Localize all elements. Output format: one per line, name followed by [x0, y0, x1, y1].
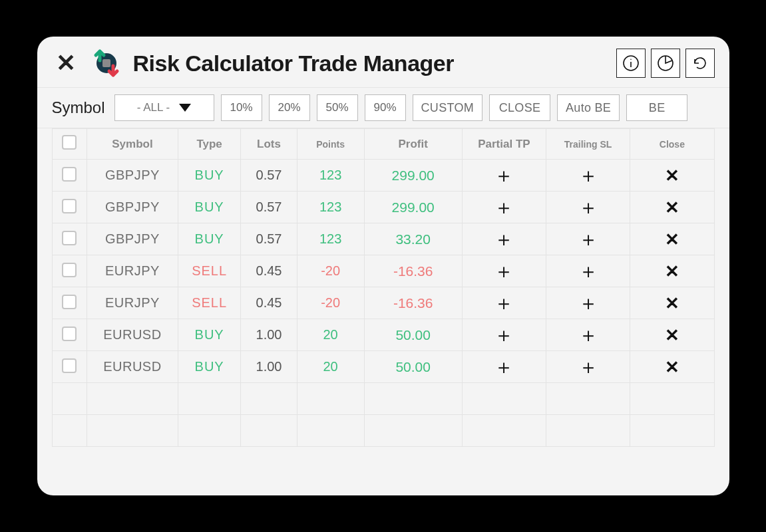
cell-symbol: GBPJPY — [87, 223, 178, 255]
close-icon[interactable]: ✕ — [52, 51, 80, 75]
col-header: Partial TP — [462, 129, 546, 160]
trailing-sl-add-button[interactable]: ＋ — [578, 166, 598, 186]
table-header-row: SymbolTypeLotsPointsProfitPartial TPTrai… — [52, 129, 714, 160]
cell-symbol: GBPJPY — [87, 192, 178, 223]
cell-symbol: EURJPY — [87, 287, 178, 319]
close-position-button[interactable]: ✕ — [665, 231, 679, 248]
table-row: EURJPYSELL0.45-20-16.36＋＋✕ — [52, 255, 714, 287]
positions-grid: SymbolTypeLotsPointsProfitPartial TPTrai… — [37, 128, 729, 495]
cell-type: BUY — [178, 160, 241, 192]
cell-lots: 0.57 — [241, 160, 297, 192]
symbol-filter-dropdown[interactable]: - ALL - — [114, 94, 214, 121]
trade-logo-icon — [89, 46, 124, 80]
cell-profit: 299.00 — [364, 192, 462, 223]
trailing-sl-add-button[interactable]: ＋ — [578, 198, 598, 217]
cell-profit: -16.36 — [364, 287, 462, 319]
cell-type: SELL — [178, 287, 241, 319]
title-bar: ✕ Risk Calculator Trade Manager — [37, 37, 729, 88]
row-checkbox[interactable] — [62, 167, 77, 182]
close-position-button[interactable]: ✕ — [665, 167, 679, 184]
cell-points: 123 — [297, 223, 364, 255]
table-row: GBPJPYBUY0.57123299.00＋＋✕ — [52, 192, 714, 223]
percent-button-90[interactable]: 90% — [365, 94, 406, 121]
partial-tp-add-button[interactable]: ＋ — [494, 357, 514, 377]
svg-rect-1 — [102, 59, 110, 67]
close-position-button[interactable]: ✕ — [665, 199, 679, 216]
title-icon-group — [616, 49, 715, 78]
col-header — [52, 129, 87, 160]
col-header: Symbol — [87, 129, 178, 160]
partial-tp-add-button[interactable]: ＋ — [494, 229, 514, 249]
cell-profit: 50.00 — [364, 319, 462, 351]
close-position-button[interactable]: ✕ — [665, 327, 679, 344]
cell-type: BUY — [178, 319, 241, 351]
cell-symbol: EURUSD — [87, 319, 178, 351]
cell-lots: 0.57 — [241, 223, 297, 255]
cell-lots: 1.00 — [241, 351, 297, 383]
stats-button[interactable] — [651, 49, 680, 78]
symbol-label: Symbol — [52, 98, 105, 117]
info-icon — [622, 55, 640, 72]
percent-button-10[interactable]: 10% — [221, 94, 262, 121]
custom-button[interactable]: CUSTOM — [413, 94, 482, 121]
filter-toolbar: Symbol - ALL - 10%20%50%90% CUSTOMCLOSEA… — [37, 88, 729, 128]
percent-button-20[interactable]: 20% — [269, 94, 310, 121]
cell-symbol: EURJPY — [87, 255, 178, 287]
app-title: Risk Calculator Trade Manager — [133, 51, 607, 76]
table-row: GBPJPYBUY0.57123299.00＋＋✕ — [52, 160, 714, 192]
table-row: EURUSDBUY1.002050.00＋＋✕ — [52, 351, 714, 383]
close-button[interactable]: CLOSE — [489, 94, 550, 121]
col-header: Trailing SL — [546, 129, 630, 160]
col-header: Points — [297, 129, 364, 160]
refresh-button[interactable] — [685, 49, 715, 78]
cell-lots: 0.57 — [241, 192, 297, 223]
trailing-sl-add-button[interactable]: ＋ — [578, 293, 598, 313]
trailing-sl-add-button[interactable]: ＋ — [578, 229, 598, 249]
svg-point-4 — [630, 59, 632, 61]
close-position-button[interactable]: ✕ — [665, 263, 679, 280]
table-row: GBPJPYBUY0.5712333.20＋＋✕ — [52, 223, 714, 255]
trailing-sl-add-button[interactable]: ＋ — [578, 357, 598, 377]
row-checkbox[interactable] — [62, 263, 77, 277]
row-checkbox[interactable] — [62, 199, 77, 213]
auto-be-button[interactable]: Auto BE — [557, 94, 620, 121]
trailing-sl-add-button[interactable]: ＋ — [578, 325, 598, 345]
cell-points: 20 — [297, 319, 364, 351]
row-checkbox[interactable] — [62, 231, 77, 245]
cell-points: -20 — [297, 287, 364, 319]
close-position-button[interactable]: ✕ — [665, 295, 679, 312]
table-row: EURJPYSELL0.45-20-16.36＋＋✕ — [52, 287, 714, 319]
col-header: Close — [630, 129, 714, 160]
cell-profit: -16.36 — [364, 255, 462, 287]
trailing-sl-add-button[interactable]: ＋ — [578, 261, 598, 281]
symbol-filter-value: - ALL - — [137, 101, 170, 114]
cell-symbol: GBPJPY — [87, 160, 178, 192]
info-button[interactable] — [616, 49, 646, 78]
row-checkbox[interactable] — [62, 327, 77, 341]
chevron-down-icon — [179, 104, 191, 112]
cell-type: SELL — [178, 255, 241, 287]
cell-type: BUY — [178, 223, 241, 255]
cell-points: 123 — [297, 160, 364, 192]
col-header: Profit — [364, 129, 462, 160]
cell-lots: 0.45 — [241, 287, 297, 319]
row-checkbox[interactable] — [62, 295, 77, 309]
trade-manager-panel: ✕ Risk Calculator Trade Manager Symbol — [37, 37, 729, 495]
partial-tp-add-button[interactable]: ＋ — [494, 261, 514, 281]
cell-points: -20 — [297, 255, 364, 287]
select-all-checkbox[interactable] — [62, 135, 77, 150]
partial-tp-add-button[interactable]: ＋ — [494, 325, 514, 345]
partial-tp-add-button[interactable]: ＋ — [494, 293, 514, 313]
row-checkbox[interactable] — [62, 358, 77, 373]
cell-points: 123 — [297, 192, 364, 223]
positions-table: SymbolTypeLotsPointsProfitPartial TPTrai… — [52, 128, 715, 447]
cell-lots: 0.45 — [241, 255, 297, 287]
partial-tp-add-button[interactable]: ＋ — [494, 166, 514, 186]
percent-button-50[interactable]: 50% — [317, 94, 358, 121]
cell-profit: 299.00 — [364, 160, 462, 192]
partial-tp-add-button[interactable]: ＋ — [494, 198, 514, 217]
close-position-button[interactable]: ✕ — [665, 358, 679, 376]
table-row-empty — [52, 383, 714, 415]
be-button[interactable]: BE — [626, 94, 687, 121]
cell-type: BUY — [178, 192, 241, 223]
